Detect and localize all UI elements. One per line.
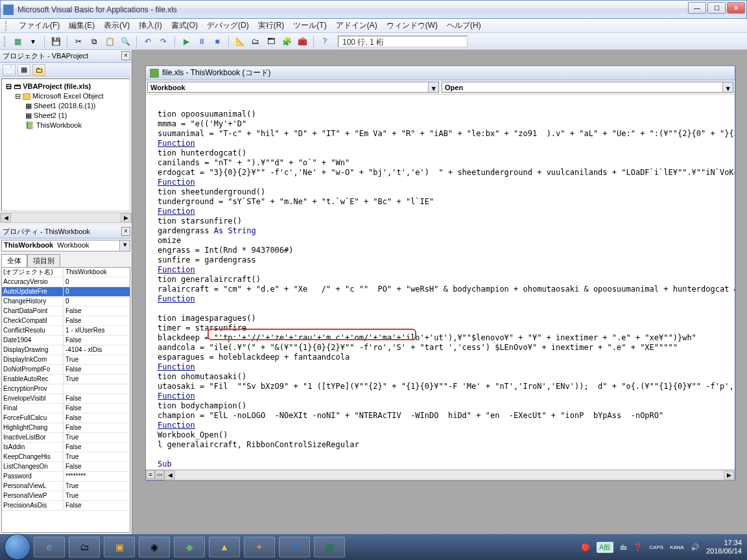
tray-volume-icon[interactable]: 🔊 — [691, 543, 700, 552]
menu-debug[interactable]: デバッグ(D) — [207, 20, 249, 31]
tray-icon[interactable]: 🖮 — [620, 543, 627, 551]
close-button[interactable]: ✕ — [727, 2, 745, 14]
property-row[interactable]: AccuracyVersio0 — [2, 277, 130, 287]
property-row[interactable]: Date1904False — [2, 336, 130, 345]
code-window-titlebar[interactable]: file.xls - ThisWorkbook (コード) — [146, 66, 735, 80]
grip-icon — [5, 21, 8, 31]
property-row[interactable]: ChangeHistory0 — [2, 297, 130, 307]
ime-indicator[interactable]: A般 — [597, 542, 613, 553]
grip-icon — [4, 36, 6, 47]
property-row[interactable]: PersonalViewLTrue — [2, 482, 130, 491]
property-row[interactable]: Password******** — [2, 472, 130, 482]
code-hscroll[interactable]: ◀▶ — [164, 470, 735, 480]
break-icon[interactable]: ⏸ — [195, 35, 208, 48]
redo-icon[interactable]: ↷ — [157, 35, 170, 48]
run-icon[interactable]: ▶ — [180, 35, 193, 48]
folder-icon[interactable]: 🗀 — [32, 64, 45, 76]
view-code-icon[interactable]: 📄 — [3, 64, 16, 76]
property-row[interactable]: EnableAutoRecTrue — [2, 375, 130, 384]
object-icon[interactable]: 🧩 — [280, 35, 293, 48]
code-editor[interactable]: tion opoosuumanimal() mmma = "e(('My'+'D… — [146, 95, 735, 469]
reset-icon[interactable]: ■ — [211, 35, 224, 48]
menu-window[interactable]: ウィンドウ(W) — [386, 20, 438, 31]
property-row[interactable]: DisplayInkComTrue — [2, 355, 130, 365]
taskbar-outlook-icon[interactable]: ✉ — [279, 537, 310, 557]
property-row[interactable]: DisplayDrawing-4104 - xlDis — [2, 345, 130, 355]
menu-edit[interactable]: 編集(E) — [69, 20, 95, 31]
property-row[interactable]: PersonalViewPTrue — [2, 491, 130, 501]
procedure-view-icon[interactable]: ▭ — [155, 470, 164, 479]
menu-format[interactable]: 書式(O) — [171, 20, 198, 31]
taskbar-ie-icon[interactable]: e — [34, 537, 65, 557]
minimize-button[interactable]: — — [688, 2, 706, 14]
properties-pane-close-icon[interactable]: × — [121, 227, 130, 236]
properties-object-combo[interactable]: ThisWorkbookWorkbook ▾ — [1, 240, 130, 251]
find-icon[interactable]: 🔍 — [119, 35, 132, 48]
help-icon[interactable]: ？ — [318, 35, 331, 48]
tray-shield-icon[interactable]: 🔴 — [581, 543, 590, 552]
property-row[interactable]: ChartDataPointFalse — [2, 307, 130, 316]
view-object-icon[interactable]: ▦ — [18, 64, 30, 76]
excel-icon[interactable]: ▦ — [11, 35, 24, 48]
undo-icon[interactable]: ↶ — [141, 35, 154, 48]
property-row[interactable]: ConflictResolu1 - xlUserRes — [2, 326, 130, 336]
object-combo[interactable]: Workbook▾ — [147, 82, 439, 93]
toolbox-icon[interactable]: 🧰 — [296, 35, 309, 48]
property-row[interactable]: HighlightChangFalse — [2, 423, 130, 433]
window-title: Microsoft Visual Basic for Applications … — [18, 5, 177, 14]
copy-icon[interactable]: ⧉ — [88, 35, 101, 48]
tray-clock[interactable]: 17:34 2018/06/14 — [706, 539, 742, 555]
menu-addins[interactable]: アドイン(A) — [336, 20, 377, 31]
highlight-annotation — [208, 329, 416, 340]
properties-icon[interactable]: 🗔 — [265, 35, 278, 48]
menu-tools[interactable]: ツール(T) — [293, 20, 326, 31]
full-module-view-icon[interactable]: ≡ — [146, 470, 155, 479]
taskbar-chrome-icon[interactable]: ◉ — [139, 537, 170, 557]
taskbar-excel-icon[interactable]: ▦ — [314, 537, 345, 557]
menu-insert[interactable]: 挿入(I) — [139, 20, 161, 31]
tab-alphabetic[interactable]: 全体 — [1, 254, 27, 267]
property-row[interactable]: EnvelopeVisiblFalse — [2, 394, 130, 404]
property-row[interactable]: ListChangesOnFalse — [2, 462, 130, 472]
menu-view[interactable]: 表示(V) — [104, 20, 130, 31]
project-hscroll[interactable]: ◀▶ — [0, 213, 132, 223]
tab-categorized[interactable]: 項目別 — [27, 254, 60, 267]
taskbar-app3-icon[interactable]: ▲ — [209, 537, 240, 557]
tree-item: 📗 ThisWorkbook — [5, 121, 127, 130]
property-row[interactable]: FinalFalse — [2, 404, 130, 414]
tray-kana-icon[interactable]: KANA — [670, 544, 684, 550]
taskbar-explorer-icon[interactable]: 🗂 — [69, 537, 100, 557]
property-row[interactable]: (オブジェクト名)ThisWorkbook — [2, 268, 130, 277]
tray-caps-icon[interactable]: CAPS — [649, 544, 663, 550]
taskbar-app2-icon[interactable]: ◆ — [174, 537, 205, 557]
properties-list[interactable]: (オブジェクト名)ThisWorkbookAccuracyVersio0Auto… — [1, 267, 130, 533]
property-row[interactable]: CheckCompatilFalse — [2, 316, 130, 326]
menu-run[interactable]: 実行(R) — [258, 20, 285, 31]
save-icon[interactable]: 💾 — [49, 35, 62, 48]
property-row[interactable]: EncryptionProv — [2, 384, 130, 394]
paste-icon[interactable]: 📋 — [103, 35, 116, 48]
menu-help[interactable]: ヘルプ(H) — [447, 20, 481, 31]
start-button[interactable] — [5, 535, 30, 559]
property-row[interactable]: AutoUpdateFre0 — [2, 287, 130, 297]
chevron-down-icon[interactable]: ▾ — [119, 240, 130, 251]
taskbar-app-icon[interactable]: ▣ — [104, 537, 135, 557]
project-pane-header: プロジェクト - VBAProject × — [0, 50, 132, 63]
procedure-combo[interactable]: Open▾ — [442, 82, 733, 93]
property-row[interactable]: ForceFullCalcuFalse — [2, 414, 130, 423]
property-row[interactable]: DoNotPromptFoFalse — [2, 365, 130, 375]
menu-file[interactable]: ファイル(F) — [19, 20, 60, 31]
project-icon[interactable]: 🗂 — [249, 35, 262, 48]
property-row[interactable]: PrecisionAsDisFalse — [2, 501, 130, 511]
maximize-button[interactable]: ☐ — [707, 2, 726, 14]
property-row[interactable]: KeepChangeHisTrue — [2, 452, 130, 462]
project-pane-close-icon[interactable]: × — [121, 51, 130, 60]
property-row[interactable]: InactiveListBorTrue — [2, 433, 130, 443]
project-tree[interactable]: ⊟ 🗃 VBAProject (file.xls) ⊟ Microsoft Ex… — [1, 78, 130, 211]
design-icon[interactable]: 📐 — [233, 35, 246, 48]
taskbar-app4-icon[interactable]: ✦ — [244, 537, 275, 557]
dropdown-icon[interactable]: ▾ — [27, 35, 40, 48]
property-row[interactable]: IsAddinFalse — [2, 443, 130, 452]
cut-icon[interactable]: ✂ — [72, 35, 85, 48]
tray-icon[interactable]: ❓ — [634, 543, 643, 552]
